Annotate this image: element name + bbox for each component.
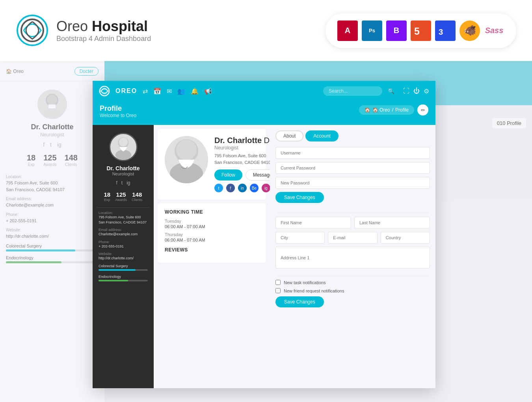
- bg-stat-clients: 148 Clients: [65, 153, 78, 167]
- fg-logo-icon: [99, 86, 110, 97]
- html5-icon: 5: [411, 20, 431, 41]
- bg-topbar: [104, 61, 532, 82]
- fg-sidebar-avatar-svg: [110, 134, 136, 160]
- fg-skill2-wrap: Endocrinology: [99, 275, 148, 281]
- fg-profile-photo-svg: [165, 136, 208, 183]
- fg-settings-icon[interactable]: ⚙: [424, 87, 429, 95]
- fg-nav-bell-icon[interactable]: 🔔: [191, 87, 199, 95]
- bg-skill2-bar: [6, 261, 99, 263]
- fg-stat-clients-val: 148: [132, 191, 143, 198]
- fg-body: Dr. Charlotte Neurologist f t ig 18 Exp …: [93, 125, 435, 388]
- fg-breadcrumb-title: Profile: [100, 104, 136, 113]
- fg-about-tab[interactable]: About: [275, 130, 303, 141]
- photoshop-icon: Ps: [362, 20, 382, 41]
- fg-nav-users-icon[interactable]: 👥: [177, 87, 185, 95]
- fg-profile-last-name: Deo: [262, 136, 270, 145]
- bg-stat-clients-lbl: Clients: [65, 162, 78, 167]
- fg-friend-notification-row: New friend request notifications: [275, 288, 430, 293]
- fg-search-input[interactable]: [323, 86, 382, 96]
- brand-name-light: Oreo: [56, 18, 92, 34]
- svg-point-6: [47, 95, 57, 105]
- fg-first-name-input[interactable]: [275, 217, 351, 229]
- fg-edit-button[interactable]: ✏: [417, 104, 428, 115]
- fg-reviews-title: REVIEWS: [165, 247, 259, 253]
- bg-phone-label: Phone:: [6, 212, 99, 217]
- fg-behance-icon[interactable]: Be: [250, 184, 259, 192]
- bg-stat-awards-val: 125: [43, 153, 56, 162]
- fg-facebook-icon[interactable]: f: [226, 184, 235, 192]
- bg-skill1-bar: [6, 249, 99, 251]
- tech-icons-bar: A Ps B 5 3 🐗 Sass: [326, 13, 516, 48]
- fg-search-icon[interactable]: 🔍: [388, 88, 394, 94]
- fg-stat-exp-lbl: Exp: [104, 198, 110, 202]
- fg-nav-transfer-icon[interactable]: ⇄: [143, 87, 148, 95]
- fg-stat-awards-lbl: Awards: [115, 198, 127, 202]
- fg-nav-megaphone-icon[interactable]: 📢: [204, 87, 212, 95]
- bg-stat-awards: 125 Awards: [43, 153, 56, 167]
- fg-save-changes-button-1[interactable]: Save Changes: [275, 192, 324, 203]
- bg-left-topbar: 🏠 Oreo Docter: [0, 61, 104, 82]
- fg-address-input[interactable]: [275, 247, 430, 268]
- fg-sidebar-instagram-icon[interactable]: ig: [126, 180, 130, 186]
- fg-country-input[interactable]: [381, 232, 430, 244]
- top-right-profile-label: 010 Profile: [492, 118, 526, 128]
- fg-message-button[interactable]: Message: [246, 169, 270, 181]
- bg-stat-clients-val: 148: [65, 153, 78, 162]
- css3-icon: 3: [435, 20, 456, 41]
- bg-phone-value: + 202-555-0191: [6, 218, 99, 224]
- fg-profile-address: 795 Folsom Ave, Suite 600San Francisco, …: [214, 153, 270, 166]
- svg-text:3: 3: [439, 28, 443, 36]
- fg-main-content: Dr. Charlotte Deo Neurologist 795 Folsom…: [154, 125, 270, 388]
- fg-topbar: OREO ⇄ 📅 ✉ 👥 🔔 📢 🔍 ⛶ ⏻ ⚙: [93, 81, 435, 101]
- fg-profile-sidebar: Dr. Charlotte Neurologist f t ig 18 Exp …: [93, 125, 154, 388]
- angular-icon: A: [337, 20, 358, 41]
- fg-new-password-input[interactable]: [275, 177, 430, 189]
- svg-point-15: [176, 140, 197, 160]
- fg-nav-mail-icon[interactable]: ✉: [167, 87, 172, 95]
- fg-friend-notification-checkbox[interactable]: [275, 288, 281, 293]
- bg-facebook-icon: f: [43, 141, 45, 148]
- fg-sidebar-twitter-icon[interactable]: t: [121, 180, 123, 186]
- fg-sidebar-social-icons: f t ig: [116, 180, 130, 186]
- svg-text:5: 5: [414, 26, 420, 37]
- fg-linkedin-icon[interactable]: in: [238, 184, 247, 192]
- fg-expand-icon[interactable]: ⛶: [403, 87, 409, 95]
- fg-stat-awards: 125 Awards: [115, 191, 127, 202]
- fg-sidebar-stats: 18 Exp 125 Awards 148 Clients: [104, 191, 142, 202]
- fg-email-input[interactable]: [328, 232, 377, 244]
- bg-avatar: [37, 89, 67, 119]
- svg-rect-7: [48, 104, 56, 108]
- fg-nav-calendar-icon[interactable]: 📅: [153, 87, 161, 95]
- svg-point-1: [21, 19, 43, 41]
- bg-instagram-icon: ig: [57, 141, 61, 148]
- fg-current-password-input[interactable]: [275, 162, 430, 174]
- bg-skill2-name: Endocrinology: [6, 255, 99, 260]
- fg-save-changes-button-2[interactable]: Save Changes: [275, 296, 324, 307]
- fg-profile-social-icons: t f in Be ig: [214, 184, 270, 192]
- bg-docter-badge: Docter: [74, 67, 99, 76]
- bg-doctor-avatar-svg: [37, 89, 67, 119]
- fg-account-form: Save Changes New t: [270, 141, 435, 318]
- bootstrap-icon: B: [386, 20, 407, 41]
- fg-working-day-1: Tuesday 06:00 AM - 07:00 AM: [165, 219, 259, 229]
- bg-location-label: Location:: [6, 175, 99, 179]
- fg-email-label: Email address:: [99, 228, 148, 232]
- fg-city-email-row: [275, 232, 430, 247]
- fg-breadcrumb-current: Profile: [395, 107, 409, 113]
- fg-task-notification-checkbox[interactable]: [275, 280, 281, 285]
- fg-city-input[interactable]: [275, 232, 325, 244]
- fg-follow-button[interactable]: Follow: [214, 169, 242, 181]
- fg-power-icon[interactable]: ⏻: [413, 87, 420, 95]
- fg-form-divider-1: [275, 212, 430, 213]
- fg-sidebar-facebook-icon[interactable]: f: [116, 180, 117, 186]
- fg-twitter-icon[interactable]: t: [214, 184, 223, 192]
- foreground-card: OREO ⇄ 📅 ✉ 👥 🔔 📢 🔍 ⛶ ⏻ ⚙ Profile We: [93, 81, 435, 388]
- bg-email-value: Charlotte@example.com: [6, 202, 99, 208]
- fg-account-tab[interactable]: Account: [305, 130, 338, 141]
- fg-last-name-input[interactable]: [354, 217, 430, 229]
- fg-username-input[interactable]: [275, 147, 430, 159]
- bg-email-label: Email address:: [6, 197, 99, 201]
- sass-icon: Sass: [484, 20, 504, 41]
- fg-working-time-title: WORKING TIME: [165, 209, 259, 215]
- fg-instagram-icon[interactable]: ig: [262, 184, 270, 192]
